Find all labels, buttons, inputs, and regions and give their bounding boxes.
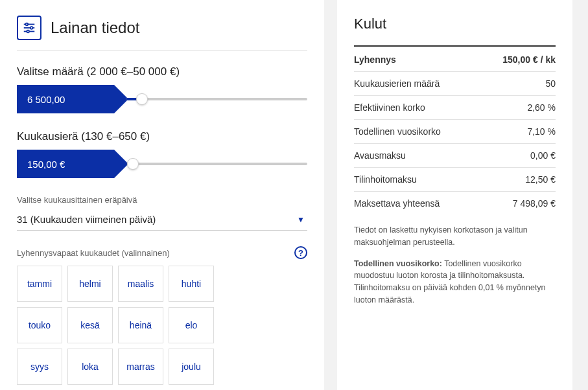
cost-row: Efektiivinen korko2,60 % (354, 95, 556, 119)
costs-footnote-1: Tiedot on laskettu nykyisen korkotason j… (354, 224, 556, 249)
svg-point-5 (27, 30, 29, 33)
cost-row: Tilinhoitomaksu12,50 € (354, 167, 556, 191)
cost-row: Maksettava yhteensä7 498,09 € (354, 191, 556, 215)
amount-slider[interactable] (126, 93, 307, 106)
month-joulu[interactable]: joulu (169, 349, 214, 385)
month-tammi[interactable]: tammi (17, 266, 62, 302)
freemonths-label: Lyhennysvapaat kuukaudet (valinnainen) (17, 248, 170, 258)
cost-row: Kuukausierien määrä50 (354, 71, 556, 95)
monthly-label: Kuukausierä (130 €–650 €) (17, 130, 307, 143)
month-kesä[interactable]: kesä (67, 307, 113, 343)
month-touko[interactable]: touko (17, 307, 62, 343)
month-marras[interactable]: marras (118, 349, 163, 385)
loan-details-panel: Lainan tiedot Valitse määrä (2 000 €–50 … (0, 0, 324, 390)
panel-header: Lainan tiedot (17, 16, 307, 51)
cost-row: Todellinen vuosikorko7,10 % (354, 119, 556, 143)
month-heinä[interactable]: heinä (118, 307, 163, 343)
sliders-icon (17, 16, 41, 40)
costs-footnote-2: Todellinen vuosikorko: Todellinen vuosik… (354, 258, 556, 306)
monthly-slider[interactable] (126, 157, 307, 170)
help-icon[interactable]: ? (294, 246, 307, 259)
duedate-label: Valitse kuukausittainen eräpäivä (17, 195, 307, 205)
svg-point-3 (30, 27, 33, 29)
month-maalis[interactable]: maalis (118, 266, 163, 302)
months-grid: tammihelmimaalishuhtitoukokesäheinäelosy… (17, 266, 307, 385)
svg-point-1 (26, 23, 29, 26)
costs-title: Kulut (354, 16, 556, 32)
amount-label: Valitse määrä (2 000 €–50 000 €) (17, 65, 307, 78)
month-huhti[interactable]: huhti (169, 266, 214, 302)
month-syys[interactable]: syys (17, 349, 62, 385)
amount-slider-thumb[interactable] (136, 93, 148, 105)
page-title: Lainan tiedot (51, 19, 139, 37)
monthly-slider-thumb[interactable] (127, 158, 139, 170)
costs-panel: Kulut Lyhennys150,00 € / kkKuukausierien… (337, 0, 572, 390)
month-loka[interactable]: loka (67, 349, 113, 385)
monthly-input[interactable]: 150,00 € (17, 150, 114, 178)
amount-input[interactable]: 6 500,00 (17, 85, 114, 113)
duedate-select[interactable]: 31 (Kuukauden viimeinen päivä) ▼ (17, 209, 307, 231)
cost-row: Lyhennys150,00 € / kk (354, 45, 556, 71)
month-helmi[interactable]: helmi (67, 266, 113, 302)
month-elo[interactable]: elo (169, 307, 214, 343)
chevron-down-icon: ▼ (297, 215, 305, 224)
cost-row: Avausmaksu0,00 € (354, 143, 556, 167)
